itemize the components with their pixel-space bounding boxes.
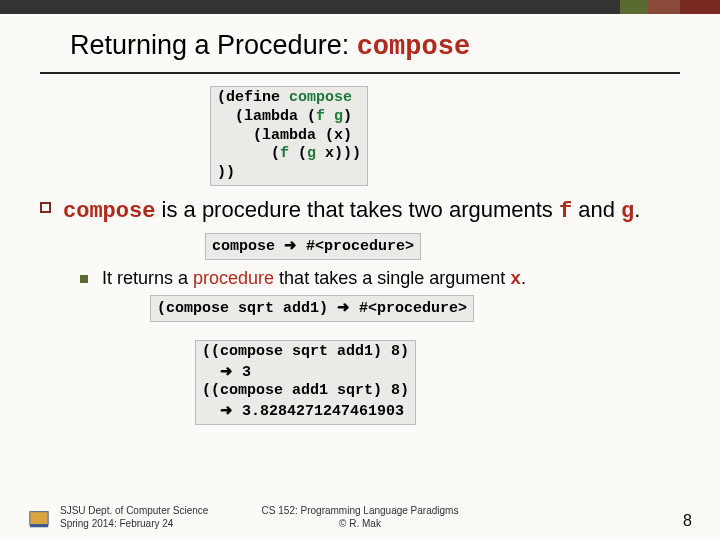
svg-rect-1 [30, 525, 48, 528]
svg-rect-0 [30, 512, 48, 525]
code-block-eval1: compose ➜ #<procedure> [205, 233, 421, 260]
bullet-2-text: It returns a procedure that takes a sing… [102, 268, 526, 289]
bullet-1-text: compose is a procedure that takes two ar… [63, 196, 640, 226]
bullet-1: compose is a procedure that takes two ar… [0, 196, 720, 226]
code-block-eval3: ((compose sqrt add1) 8) ➜ 3 ((compose ad… [195, 340, 416, 425]
title-code: compose [357, 32, 470, 62]
bullet-2: It returns a procedure that takes a sing… [0, 268, 720, 289]
sjsu-logo-icon [28, 508, 50, 530]
solid-square-bullet-icon [80, 275, 88, 283]
code-block-define: (define compose (lambda (f g) (lambda (x… [210, 86, 368, 186]
slide-title: Returning a Procedure: compose [70, 30, 680, 62]
top-bar [0, 0, 720, 14]
hollow-square-bullet-icon [40, 202, 51, 213]
title-divider [40, 72, 680, 74]
footer-left: SJSU Dept. of Computer Science Spring 20… [60, 505, 208, 530]
title-text: Returning a Procedure: [70, 30, 357, 60]
top-bar-accent [620, 0, 720, 14]
footer-center: CS 152: Programming Language Paradigms ©… [262, 505, 459, 530]
page-number: 8 [683, 512, 692, 530]
code-block-eval2: (compose sqrt add1) ➜ #<procedure> [150, 295, 474, 322]
footer: SJSU Dept. of Computer Science Spring 20… [0, 505, 720, 530]
title-area: Returning a Procedure: compose [0, 14, 720, 68]
